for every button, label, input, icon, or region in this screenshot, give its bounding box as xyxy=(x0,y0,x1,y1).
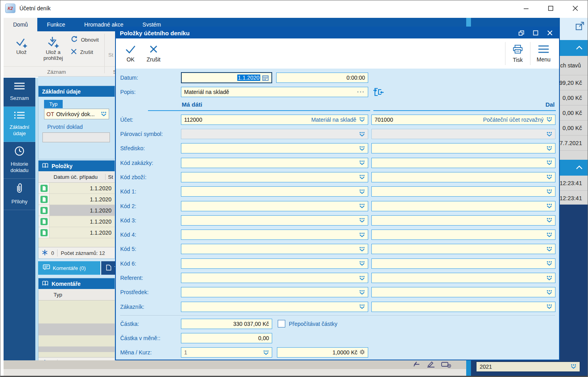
mena-input[interactable]: 1 xyxy=(181,347,272,358)
kod1-md-input[interactable] xyxy=(181,186,368,197)
dropdown-icon[interactable] xyxy=(546,161,552,165)
prostredek-dal-input[interactable] xyxy=(371,287,555,297)
close-icon[interactable] xyxy=(545,29,555,37)
dropdown-icon[interactable] xyxy=(359,161,365,165)
year-combo[interactable]: 2021 xyxy=(476,361,580,372)
dropdown-icon[interactable] xyxy=(546,132,552,136)
datum-input[interactable]: 1.1.2020 xyxy=(181,72,272,83)
castka-v-mene-input[interactable]: 0,00 xyxy=(181,333,272,343)
refresh-button[interactable]: Obnovit xyxy=(70,35,99,44)
minimize-icon[interactable] xyxy=(514,0,538,16)
kod6-dal-input[interactable] xyxy=(371,258,555,269)
table-row[interactable]: 1.1.2020 xyxy=(38,227,115,238)
stredisko-md-input[interactable] xyxy=(181,143,368,153)
kod1-dal-input[interactable] xyxy=(371,186,555,197)
dropdown-icon[interactable] xyxy=(359,189,365,194)
dropdown-icon[interactable] xyxy=(359,276,365,280)
dropdown-icon[interactable] xyxy=(359,261,365,266)
kod2-md-input[interactable] xyxy=(181,201,368,211)
dropdown-icon[interactable] xyxy=(546,117,552,122)
ok-button[interactable]: OK xyxy=(119,40,142,67)
dropdown-icon[interactable] xyxy=(546,189,552,194)
kod3-dal-input[interactable] xyxy=(371,215,555,226)
kod5-dal-input[interactable] xyxy=(371,244,555,254)
time-input[interactable]: 0:00:00 xyxy=(276,73,368,83)
gear-icon[interactable] xyxy=(359,349,365,356)
dropdown-icon[interactable] xyxy=(359,218,365,222)
prvotni-doklad-input[interactable] xyxy=(42,132,110,142)
save-button[interactable]: Ulož xyxy=(9,36,34,55)
dropdown-icon[interactable] xyxy=(546,261,552,266)
typ-combo[interactable]: OT Otvírkový dok... xyxy=(44,109,109,119)
kod4-md-input[interactable] xyxy=(181,230,368,240)
polozky-column-header[interactable]: Datum úč. případu St xyxy=(38,171,115,183)
kod-zakazky-dal-input[interactable] xyxy=(371,158,555,168)
kod-zbozi-dal-input[interactable] xyxy=(371,172,555,182)
prostredek-md-input[interactable] xyxy=(181,287,368,297)
tab-komentare[interactable]: Komentáře (0) xyxy=(38,261,100,275)
table-row[interactable]: 1.1.2020 xyxy=(38,216,115,227)
dropdown-icon[interactable] xyxy=(263,350,269,355)
chevron-up-icon[interactable] xyxy=(576,44,583,52)
kod3-md-input[interactable] xyxy=(181,215,368,226)
zakaznik-dal-input[interactable] xyxy=(371,302,555,312)
popis-input[interactable]: Materiál na skladě ··· xyxy=(181,87,368,97)
dropdown-icon[interactable] xyxy=(546,204,552,208)
dropdown-icon[interactable] xyxy=(101,111,107,117)
dropdown-icon[interactable] xyxy=(546,175,552,179)
stamp-add-icon[interactable] xyxy=(441,361,451,369)
komentare-column-header[interactable]: Typ xyxy=(38,289,115,300)
stredisko-dal-input[interactable] xyxy=(371,143,555,153)
referent-dal-input[interactable] xyxy=(371,273,555,283)
dropdown-icon[interactable] xyxy=(546,304,552,309)
dropdown-icon[interactable] xyxy=(546,233,552,237)
table-row[interactable]: 1.1.2020 xyxy=(38,194,115,205)
referent-md-input[interactable] xyxy=(181,273,368,283)
zakaznik-md-input[interactable] xyxy=(181,302,368,312)
sidebar-item-prilohy[interactable]: Přílohy xyxy=(4,179,35,210)
dropdown-icon[interactable] xyxy=(546,247,552,251)
empty-row-selected[interactable] xyxy=(38,323,115,335)
menu-button[interactable]: Menu xyxy=(530,40,557,67)
dropdown-icon[interactable] xyxy=(546,290,552,295)
edit-pencil-icon[interactable] xyxy=(427,361,435,369)
cancel-button[interactable]: Zrušit xyxy=(142,40,165,67)
sidebar-item-seznam[interactable]: Seznam xyxy=(4,78,35,107)
kod4-dal-input[interactable] xyxy=(371,230,555,240)
dropdown-icon[interactable] xyxy=(359,175,365,179)
maximize-icon[interactable] xyxy=(530,29,541,37)
kod-zakazky-md-input[interactable] xyxy=(181,158,368,168)
empty-row[interactable] xyxy=(38,346,115,352)
sidebar-item-historie-dokladu[interactable]: Historie dokladu xyxy=(4,142,35,179)
kod5-md-input[interactable] xyxy=(181,244,368,254)
dropdown-icon[interactable] xyxy=(359,204,365,208)
flag-asterisk-icon[interactable] xyxy=(42,249,48,257)
dropdown-icon[interactable] xyxy=(546,146,552,151)
table-row[interactable]: 1.1.2020 xyxy=(38,183,115,194)
maximize-icon[interactable] xyxy=(538,0,563,16)
tab-domu[interactable]: Domů xyxy=(4,18,37,31)
restore-icon[interactable] xyxy=(516,29,527,37)
ucet-dal-input[interactable]: 701000 Počáteční účet rozvažný xyxy=(371,115,555,125)
close-icon[interactable] xyxy=(563,0,588,16)
dropdown-icon[interactable] xyxy=(359,132,365,136)
kod-zbozi-md-input[interactable] xyxy=(181,172,368,182)
kurz-input[interactable]: 1,0000 Kč xyxy=(277,347,368,358)
dropdown-icon[interactable] xyxy=(359,117,365,122)
ucet-md-input[interactable]: 112000 Materiál na skladě xyxy=(181,115,368,125)
cancel-button[interactable]: Zrušit xyxy=(70,48,93,56)
typ-tab[interactable]: Typ xyxy=(44,100,63,108)
ellipsis-button[interactable]: ··· xyxy=(357,89,365,95)
sidebar-item-zakladni-udaje[interactable]: Základní údaje xyxy=(4,107,35,142)
chevron-up-icon[interactable] xyxy=(576,164,583,171)
save-and-view-button[interactable]: Ulož a prohlížej xyxy=(38,36,68,61)
dropdown-icon[interactable] xyxy=(359,233,365,237)
dropdown-icon[interactable] xyxy=(546,218,552,222)
print-button[interactable]: Tisk xyxy=(505,40,530,67)
signature-icon[interactable] xyxy=(413,361,421,369)
dropdown-icon[interactable] xyxy=(359,247,365,251)
open-external-icon[interactable] xyxy=(575,21,585,33)
dropdown-icon[interactable] xyxy=(359,304,365,309)
dropdown-icon[interactable] xyxy=(546,276,552,280)
dropdown-icon[interactable] xyxy=(359,146,365,151)
